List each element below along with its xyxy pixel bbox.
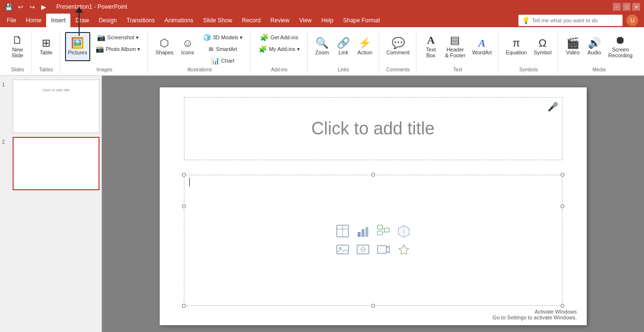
action-button[interactable]: ⚡ Action	[355, 32, 375, 61]
comments-group-items: 💬 Comment	[384, 32, 412, 66]
menu-animations[interactable]: Animations	[160, 14, 198, 27]
handle-top[interactable]	[371, 173, 375, 177]
audio-button[interactable]: 🔊 Audio	[584, 32, 604, 61]
link-button[interactable]: 🔗 Link	[334, 32, 353, 61]
handle-bottom-left[interactable]	[182, 304, 186, 308]
ribbon-group-links: 🔍 Zoom 🔗 Link ⚡ Action Links	[309, 31, 380, 73]
maximize-btn[interactable]: □	[623, 3, 630, 11]
cursor-bar	[189, 178, 190, 186]
svg-rect-21	[378, 246, 386, 253]
chart-icon: 📊	[211, 57, 219, 65]
user-avatar[interactable]: U	[627, 15, 638, 26]
menu-record[interactable]: Record	[237, 14, 265, 27]
handle-bottom[interactable]	[371, 304, 375, 308]
main-area: 1 Click to add title 2 Click to add titl…	[0, 76, 644, 332]
smartart-button[interactable]: ≋ SmartArt	[199, 44, 247, 54]
slide-preview-1[interactable]: Click to add title	[13, 80, 99, 133]
ribbon-group-tables: ⊞ Table Tables	[33, 31, 60, 73]
addins-group-label: Add-ins	[271, 67, 287, 72]
insert-chart-icon[interactable]	[355, 223, 371, 239]
slide-canvas[interactable]: Click to add title 🎤	[160, 87, 587, 325]
minimize-btn[interactable]: −	[613, 3, 621, 11]
handle-right[interactable]	[561, 204, 564, 208]
zoom-button[interactable]: 🔍 Zoom	[313, 32, 332, 61]
slide-preview-2[interactable]	[13, 137, 99, 190]
save-quick-btn[interactable]: 💾	[4, 2, 14, 12]
shapes-button[interactable]: ⬡ Shapes	[153, 32, 176, 61]
menu-slideshow[interactable]: Slide Show	[198, 14, 237, 27]
new-slide-icon: 🗋	[12, 35, 23, 46]
menu-design[interactable]: Design	[94, 14, 121, 27]
insert-picture-icon[interactable]	[335, 242, 350, 257]
text-box-button[interactable]: A TextBox	[421, 32, 441, 61]
illustrations-small-group: 🧊 3D Models ▾ ≋ SmartArt 📊 Chart	[199, 32, 247, 66]
present-quick-btn[interactable]: ▶	[39, 2, 49, 12]
search-input[interactable]	[532, 17, 619, 23]
insert-3d-icon[interactable]	[396, 223, 412, 239]
undo-quick-btn[interactable]: ↩	[16, 2, 25, 12]
my-addins-button[interactable]: 🧩 My Add-ins ▾	[255, 44, 303, 54]
get-addins-button[interactable]: 🧩 Get Add-ins	[255, 32, 303, 43]
icons-button[interactable]: ☺ Icons	[178, 32, 198, 61]
ribbon-group-symbols: π Equation Ω Symbol Symbols	[499, 31, 558, 73]
chart-button[interactable]: 📊 Chart	[199, 55, 247, 66]
3d-models-button[interactable]: 🧊 3D Models ▾	[199, 32, 247, 43]
handle-top-right[interactable]	[561, 173, 564, 177]
close-btn[interactable]: ✕	[632, 3, 640, 11]
dictate-icon[interactable]: 🎤	[547, 101, 558, 112]
menu-home[interactable]: Home	[21, 14, 46, 27]
redo-quick-btn[interactable]: ↪	[27, 2, 37, 12]
slide-thumb-1[interactable]: 1 Click to add title	[2, 80, 99, 133]
handle-top-left[interactable]	[182, 173, 186, 177]
symbol-button[interactable]: Ω Symbol	[531, 32, 554, 61]
svg-rect-3	[358, 232, 361, 237]
menu-shapeformat[interactable]: Shape Format	[338, 14, 385, 27]
menu-review[interactable]: Review	[265, 14, 294, 27]
screen-recording-button[interactable]: ⏺ ScreenRecording	[606, 32, 635, 61]
ribbon-content: 🗋 NewSlide Slides ⊞ Table Tables	[0, 29, 644, 75]
pictures-icon: 🖼️	[71, 38, 84, 49]
photo-album-button[interactable]: 📸 Photo Album ▾	[92, 44, 144, 54]
menu-view[interactable]: View	[294, 14, 316, 27]
menu-file[interactable]: File	[2, 14, 21, 27]
handle-bottom-right[interactable]	[561, 304, 564, 308]
insert-icon-icon[interactable]	[396, 242, 412, 257]
insert-smartart-icon[interactable]	[376, 223, 391, 239]
activate-line2: Go to Settings to activate Windows.	[493, 315, 577, 320]
media-group-label: Media	[593, 67, 606, 72]
window-controls: − □ ✕	[613, 3, 640, 11]
equation-button[interactable]: π Equation	[503, 32, 529, 61]
ribbon-group-illustrations: ⬡ Shapes ☺ Icons 🧊 3D Models ▾ ≋ SmartAr…	[149, 31, 250, 73]
images-group-items: 🖼️ Pictures 📷 Screenshot ▾ 📸 Photo Album…	[65, 32, 144, 66]
pictures-button[interactable]: 🖼️ Pictures	[65, 32, 90, 61]
new-slide-button[interactable]: 🗋 NewSlide	[8, 32, 27, 61]
menu-help[interactable]: Help	[316, 14, 338, 27]
comment-button[interactable]: 💬 Comment	[384, 32, 412, 61]
svg-rect-6	[378, 225, 382, 229]
shapes-icon: ⬡	[160, 38, 169, 49]
video-button[interactable]: 🎬 Video	[563, 32, 582, 61]
images-group-label: Images	[97, 67, 113, 72]
screenshot-button[interactable]: 📷 Screenshot ▾	[92, 32, 144, 43]
slide-num-1: 1	[2, 82, 10, 87]
arrow-indicator	[72, 7, 86, 36]
title-placeholder[interactable]: Click to add title 🎤	[184, 97, 562, 160]
insert-table-icon[interactable]	[335, 223, 350, 239]
menu-insert[interactable]: Insert	[46, 14, 70, 27]
handle-left[interactable]	[182, 204, 186, 208]
title-bar: 💾 ↩ ↪ ▶ Presentation1 - PowerPoint − □ ✕	[0, 0, 644, 14]
links-group-items: 🔍 Zoom 🔗 Link ⚡ Action	[313, 32, 375, 66]
illustrations-group-label: Illustrations	[187, 67, 212, 72]
search-box[interactable]: 💡	[518, 15, 623, 26]
insert-pictures-online-icon[interactable]	[355, 242, 371, 257]
svg-rect-7	[378, 231, 382, 235]
ribbon-group-media: 🎬 Video 🔊 Audio ⏺ ScreenRecording Media	[559, 31, 639, 73]
content-placeholder[interactable]	[184, 175, 562, 306]
slide-thumb-2[interactable]: 2	[2, 137, 99, 190]
arrow-line	[79, 12, 80, 36]
insert-video-icon[interactable]	[376, 242, 391, 257]
menu-transitions[interactable]: Transitions	[122, 14, 160, 27]
header-footer-button[interactable]: ▤ Header& Footer	[443, 32, 468, 61]
table-button[interactable]: ⊞ Table	[36, 32, 56, 61]
wordart-button[interactable]: A WordArt	[470, 32, 494, 61]
